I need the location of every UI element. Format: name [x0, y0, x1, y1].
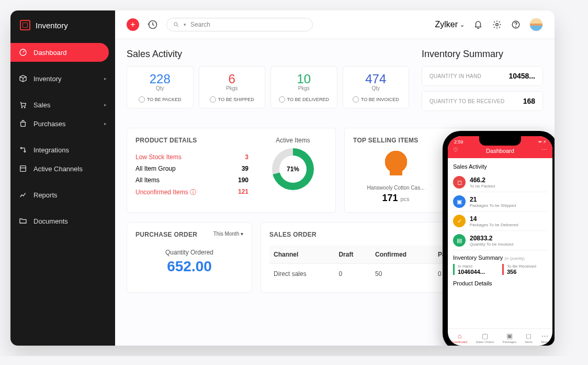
box-icon [19, 74, 27, 83]
mobile-time: 2:59 [454, 139, 463, 145]
info-icon: ⓘ [190, 189, 196, 196]
mobile-activity-card[interactable]: ▤ 20833.2Quantity To be Invoiced [453, 231, 547, 250]
table-cell: 0 [334, 264, 371, 284]
mobile-inv-value: 1046044... [458, 269, 498, 275]
table-header: Draft [334, 246, 371, 264]
mobile-inv-value: 356 [507, 269, 547, 275]
notifications-button[interactable] [473, 19, 483, 30]
chart-icon [19, 191, 27, 199]
pd-row-all-items[interactable]: All Items 190 [135, 174, 248, 186]
mobile-activity-card[interactable]: ▣ 21Packages To be Shipped [453, 192, 547, 212]
mobile-tab-items[interactable]: ◻Items [525, 332, 533, 344]
inventory-row-to-receive: QUANTITY TO BE RECEIVED 168 [422, 91, 543, 111]
mobile-mockup: 2:59 •• ⚡︎ ♡ Dashboard ⋯ Sales Activity … [443, 131, 555, 346]
pd-label: All Item Group [135, 165, 176, 172]
mobile-inv-label: In Hand [458, 264, 498, 269]
activity-label: TO BE DELIVERED [274, 96, 334, 103]
bell-icon [473, 20, 483, 29]
activity-unit: Qty [346, 85, 406, 91]
mobile-inv-to-receive: To Be Received 356 [502, 264, 547, 275]
mobile-card-value: 466.2 [470, 176, 495, 184]
invoice-icon: ▤ [453, 234, 466, 247]
sidebar-item-integrations[interactable]: Integrations [10, 140, 115, 159]
activity-card-delivered[interactable]: 10 Pkgs TO BE DELIVERED [270, 66, 337, 108]
pd-row-unconfirmed[interactable]: Unconfirmed Items ⓘ 121 [135, 186, 248, 199]
chevron-right-icon: ▸ [104, 121, 107, 126]
purchase-order-card: PURCHASE ORDER This Month ▾ Quantity Ord… [127, 222, 252, 293]
truck-icon: ▣ [453, 195, 466, 208]
history-button[interactable] [146, 18, 159, 31]
svg-point-9 [516, 26, 516, 27]
cart-icon: ▢ [476, 332, 494, 340]
sidebar-item-documents[interactable]: Documents [10, 212, 115, 230]
brand-icon [20, 20, 30, 30]
activity-value: 10 [274, 72, 334, 86]
mobile-sales-title: Sales Activity [453, 163, 547, 170]
top-selling-item[interactable]: Hanswooly Cotton Cas... 171 pcs [353, 149, 438, 204]
svg-point-7 [496, 24, 499, 26]
table-cell: Direct sales [269, 264, 334, 284]
sidebar-item-sales[interactable]: Sales ▸ [10, 95, 115, 114]
items-icon: ◻ [525, 332, 533, 340]
sidebar-item-label: Inventory [33, 75, 61, 83]
sidebar-item-dashboard[interactable]: Dashboard [10, 43, 109, 62]
sidebar-item-inventory[interactable]: Inventory ▸ [10, 69, 115, 88]
mobile-card-value: 14 [470, 215, 518, 223]
inventory-row-in-hand: QUANTITY IN HAND 10458... [422, 66, 543, 86]
brand: Inventory [10, 10, 115, 43]
sales-activity: Sales Activity 228 Qty TO BE PACKED 6 Pk… [127, 49, 409, 116]
purchase-order-value: 652.00 [135, 258, 243, 275]
activity-value: 474 [346, 72, 406, 86]
activity-unit: Pkgs [202, 85, 262, 91]
sidebar-item-purchases[interactable]: Purchases ▸ [10, 114, 115, 133]
sidebar-item-label: Purchases [33, 120, 65, 128]
mobile-tab-dashboard[interactable]: ⌂Dashboard [452, 332, 467, 344]
sidebar: Inventory Dashboard Inventory ▸ Sales ▸ [10, 10, 115, 346]
table-header: Channel [269, 246, 334, 264]
mobile-inv-title: Inventory Summary (In Quantity) [453, 255, 547, 261]
activity-label: TO BE PACKED [130, 96, 190, 103]
inventory-summary: Inventory Summary QUANTITY IN HAND 10458… [422, 49, 543, 116]
help-button[interactable] [511, 19, 521, 30]
search-input[interactable]: ▾ Search [166, 18, 313, 31]
pd-row-item-group[interactable]: All Item Group 39 [135, 163, 248, 174]
more-icon[interactable]: ⋯ [541, 147, 547, 153]
activity-card-invoiced[interactable]: 474 Qty TO BE INVOICED [343, 66, 410, 108]
sidebar-item-active-channels[interactable]: Active Channels [10, 159, 115, 178]
mobile-activity-card[interactable]: ◻ 466.2To be Packed [453, 173, 547, 192]
pd-row-low-stock[interactable]: Low Stock Items 3 [135, 151, 248, 163]
add-button[interactable]: + [127, 18, 139, 31]
home-icon: ⌂ [452, 332, 467, 340]
activity-card-packed[interactable]: 228 Qty TO BE PACKED [127, 66, 194, 108]
mobile-activity-card[interactable]: ✓ 14Packages To be Delivered [453, 212, 547, 231]
check-icon: ✓ [453, 215, 466, 227]
donut-percent: 71% [272, 148, 314, 190]
svg-point-6 [174, 23, 177, 26]
inventory-label: QUANTITY IN HAND [429, 73, 481, 79]
product-qty: 171 [382, 193, 398, 203]
settings-button[interactable] [492, 19, 502, 30]
pd-value: 3 [245, 153, 248, 161]
mobile-card-value: 21 [470, 196, 516, 203]
bell-icon[interactable]: ♡ [453, 147, 458, 153]
avatar[interactable] [529, 18, 543, 31]
mobile-card-label: Quantity To be Invoiced [470, 242, 513, 247]
bag-icon [19, 119, 27, 128]
activity-card-shipped[interactable]: 6 Pkgs TO BE SHIPPED [199, 66, 266, 108]
sidebar-item-label: Documents [33, 217, 68, 225]
sidebar-item-reports[interactable]: Reports [10, 185, 115, 204]
channels-icon [19, 164, 27, 173]
sidebar-item-label: Active Channels [33, 165, 83, 173]
top-selling-title: TOP SELLING ITEMS [353, 137, 419, 144]
mobile-tab-more[interactable]: ⋯More [541, 332, 548, 344]
purchase-order-range-dropdown[interactable]: This Month ▾ [213, 231, 243, 238]
gear-icon [492, 20, 502, 29]
mobile-tab-sales-orders[interactable]: ▢Sales Orders [476, 332, 494, 344]
mobile-tab-packages[interactable]: ▣Packages [503, 332, 516, 344]
activity-value: 6 [202, 72, 262, 86]
active-items-donut: 71% [272, 148, 314, 190]
mobile-header: ♡ Dashboard ⋯ [448, 146, 552, 158]
purchase-order-title: PURCHASE ORDER [135, 231, 197, 238]
product-details-title: PRODUCT DETAILS [135, 137, 248, 144]
org-switcher[interactable]: Zylker ⌄ [435, 20, 465, 29]
